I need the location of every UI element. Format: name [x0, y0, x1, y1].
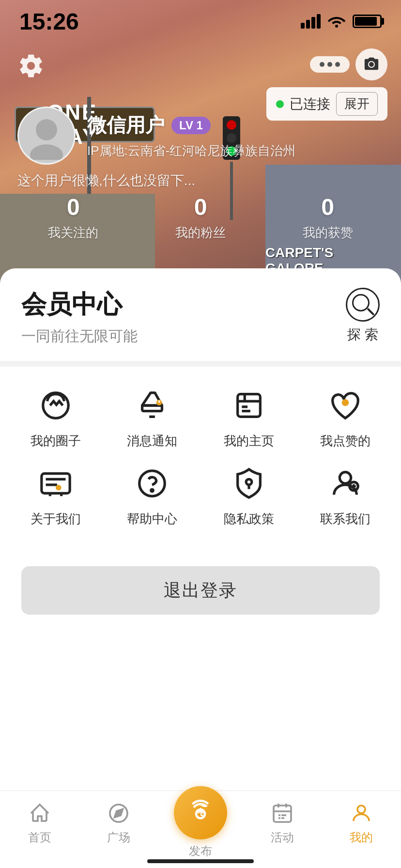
camera-button[interactable] — [355, 48, 387, 80]
dots-button[interactable] — [310, 56, 350, 73]
nav-item-plaza[interactable]: 广场 — [94, 801, 143, 845]
my-circle-label: 我的圈子 — [31, 433, 81, 450]
svg-point-8 — [342, 399, 349, 406]
likes-count: 0 — [321, 194, 334, 220]
svg-point-2 — [30, 144, 63, 160]
svg-point-0 — [369, 62, 374, 67]
privacy-label: 隐私政策 — [224, 511, 274, 527]
compass-icon — [106, 801, 131, 826]
member-title-group: 会员中心 一同前往无限可能 — [21, 288, 138, 346]
grid-item-notification[interactable]: 消息通知 — [107, 386, 199, 450]
ip-location: IP属地:云南省-红河哈尼族彝族自治州 — [87, 142, 295, 159]
svg-marker-17 — [115, 809, 123, 818]
battery-icon — [353, 15, 382, 28]
status-bar: 15:26 — [0, 0, 401, 43]
profile-info: 微信用户 LV 1 IP属地:云南省-红河哈尼族彝族自治州 — [87, 112, 295, 159]
grid-menu: 我的圈子 消息通知 — [0, 367, 401, 547]
svg-point-1 — [36, 119, 57, 140]
svg-rect-7 — [237, 394, 260, 417]
grid-item-help[interactable]: 帮助中心 — [107, 464, 199, 527]
bottom-nav: 首页 广场 发布 活动 — [0, 790, 401, 868]
member-title: 会员中心 — [21, 288, 138, 322]
connected-text: 已连接 — [290, 95, 330, 113]
bottom-spacer — [0, 639, 401, 716]
publish-nav-label: 发布 — [189, 843, 212, 859]
gear-icon — [17, 52, 45, 79]
divider-1 — [0, 361, 401, 367]
contact-icon — [326, 464, 365, 503]
main-card: 会员中心 一同前往无限可能 探 索 我的圈子 — [0, 268, 401, 868]
mine-icon — [349, 801, 374, 826]
search-label: 探 索 — [347, 326, 378, 344]
svg-rect-9 — [42, 474, 70, 494]
status-icons — [301, 11, 382, 32]
status-time: 15:26 — [19, 8, 79, 35]
home-icon — [27, 801, 52, 826]
liked-icon — [326, 386, 365, 425]
dot-3 — [335, 62, 340, 67]
grid-item-privacy[interactable]: 隐私政策 — [203, 464, 295, 527]
username-row: 微信用户 LV 1 — [87, 112, 295, 139]
logout-section: 退出登录 — [0, 547, 401, 639]
svg-point-13 — [246, 479, 252, 485]
fans-label: 我的粉丝 — [175, 224, 226, 241]
about-icon — [36, 464, 75, 503]
grid-item-about[interactable]: 关于我们 — [10, 464, 102, 527]
help-icon — [133, 464, 171, 503]
help-label: 帮助中心 — [127, 511, 177, 527]
grid-item-liked[interactable]: 我点赞的 — [300, 386, 392, 450]
notification-icon — [133, 386, 171, 425]
settings-button[interactable] — [14, 48, 48, 83]
search-group[interactable]: 探 索 — [346, 288, 380, 344]
nav-item-home[interactable]: 首页 — [15, 801, 64, 845]
dot-2 — [327, 62, 332, 67]
following-count: 0 — [67, 194, 80, 220]
avatar[interactable] — [17, 107, 76, 165]
svg-point-10 — [56, 485, 62, 491]
bio-text: 这个用户很懒,什么也没留下... — [17, 171, 384, 190]
member-header: 会员中心 一同前往无限可能 探 索 — [0, 268, 401, 361]
grid-item-my-circle[interactable]: 我的圈子 — [10, 386, 102, 450]
liked-label: 我点赞的 — [320, 433, 370, 450]
svg-rect-5 — [142, 405, 162, 411]
homepage-icon — [230, 386, 268, 425]
activity-nav-label: 活动 — [271, 830, 294, 845]
nav-item-activity[interactable]: 活动 — [258, 801, 307, 845]
dot-1 — [320, 62, 324, 67]
svg-point-12 — [151, 489, 154, 492]
stat-fans[interactable]: 0 我的粉丝 — [175, 194, 226, 241]
username: 微信用户 — [87, 112, 165, 139]
stat-likes[interactable]: 0 我的获赞 — [303, 194, 353, 241]
expand-button[interactable]: 展开 — [336, 92, 378, 116]
publish-icon — [187, 800, 214, 826]
level-badge: LV 1 — [171, 117, 211, 134]
member-subtitle: 一同前往无限可能 — [21, 326, 138, 346]
home-nav-label: 首页 — [28, 830, 51, 845]
fans-count: 0 — [194, 194, 207, 220]
notification-label: 消息通知 — [127, 433, 177, 450]
nav-item-publish[interactable]: 发布 — [174, 801, 227, 859]
home-indicator — [147, 859, 254, 863]
activity-icon — [270, 801, 295, 826]
avatar-icon — [22, 111, 71, 160]
my-circle-icon — [36, 386, 75, 425]
homepage-label: 我的主页 — [224, 433, 274, 450]
mine-nav-label: 我的 — [350, 830, 373, 845]
svg-rect-18 — [274, 806, 291, 822]
logout-button[interactable]: 退出登录 — [21, 566, 380, 615]
green-dot — [276, 100, 284, 108]
likes-label: 我的获赞 — [303, 224, 353, 241]
contact-label: 联系我们 — [320, 511, 370, 527]
grid-item-contact[interactable]: 联系我们 — [300, 464, 392, 527]
connected-banner: 已连接 展开 — [266, 87, 387, 121]
stats-row: 0 我关注的 0 我的粉丝 0 我的获赞 — [0, 194, 401, 241]
plaza-nav-label: 广场 — [107, 830, 130, 845]
stat-following[interactable]: 0 我关注的 — [48, 194, 98, 241]
svg-point-14 — [340, 472, 351, 483]
svg-point-19 — [357, 806, 365, 813]
search-icon — [346, 288, 380, 322]
grid-item-homepage[interactable]: 我的主页 — [203, 386, 295, 450]
publish-button[interactable] — [174, 786, 227, 839]
camera-icon — [363, 56, 380, 73]
nav-item-mine[interactable]: 我的 — [337, 801, 386, 845]
